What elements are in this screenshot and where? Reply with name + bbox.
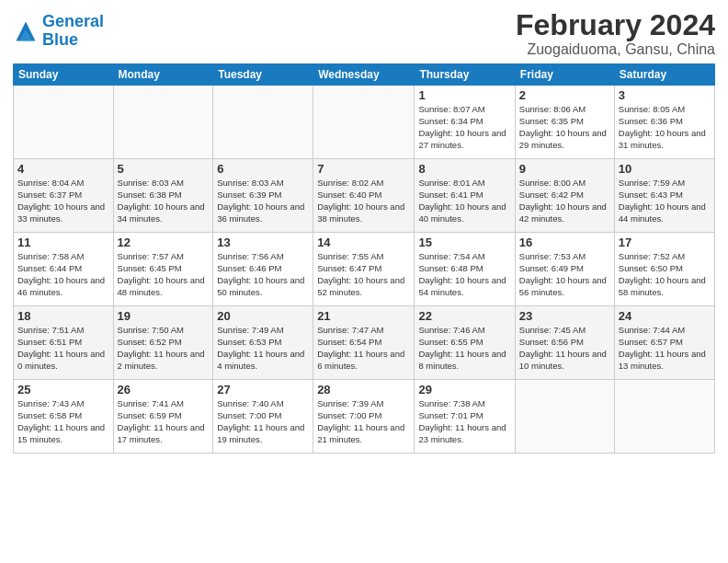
day-number: 16 [519,236,610,249]
table-row: 23Sunrise: 7:45 AM Sunset: 6:56 PM Dayli… [515,306,614,380]
col-saturday: Saturday [614,64,714,86]
table-row: 22Sunrise: 7:46 AM Sunset: 6:55 PM Dayli… [415,306,515,380]
table-row: 11Sunrise: 7:58 AM Sunset: 6:44 PM Dayli… [14,233,114,306]
page: General Blue February 2024 Zuogaiduoma, … [0,0,728,563]
col-thursday: Thursday [415,64,515,86]
day-number: 1 [418,88,510,102]
table-row: 16Sunrise: 7:53 AM Sunset: 6:49 PM Dayli… [515,233,614,306]
table-row [313,86,415,159]
table-row: 10Sunrise: 7:59 AM Sunset: 6:43 PM Dayli… [614,159,714,233]
day-number: 10 [619,162,711,176]
table-row [515,380,614,454]
table-row [113,86,213,159]
day-number: 21 [317,309,410,323]
day-number: 23 [519,309,610,323]
day-number: 14 [317,236,410,249]
day-info: Sunrise: 7:59 AM Sunset: 6:43 PM Dayligh… [619,178,711,224]
table-row: 29Sunrise: 7:38 AM Sunset: 7:01 PM Dayli… [415,380,515,454]
table-row: 7Sunrise: 8:02 AM Sunset: 6:40 PM Daylig… [313,159,415,233]
table-row [14,86,114,159]
day-info: Sunrise: 8:05 AM Sunset: 6:36 PM Dayligh… [619,104,711,151]
table-row: 2Sunrise: 8:06 AM Sunset: 6:35 PM Daylig… [515,86,614,159]
header: General Blue February 2024 Zuogaiduoma, … [13,9,715,58]
table-row: 26Sunrise: 7:41 AM Sunset: 6:59 PM Dayli… [113,380,213,454]
table-row: 13Sunrise: 7:56 AM Sunset: 6:46 PM Dayli… [213,233,313,306]
table-row: 25Sunrise: 7:43 AM Sunset: 6:58 PM Dayli… [14,380,114,454]
logo: General Blue [13,13,104,50]
day-info: Sunrise: 8:07 AM Sunset: 6:34 PM Dayligh… [418,104,510,151]
day-info: Sunrise: 7:39 AM Sunset: 7:00 PM Dayligh… [317,398,410,445]
day-info: Sunrise: 7:38 AM Sunset: 7:01 PM Dayligh… [418,398,510,445]
col-friday: Friday [515,64,614,86]
day-number: 25 [17,383,109,396]
day-number: 20 [217,309,309,323]
title-block: February 2024 Zuogaiduoma, Gansu, China [516,9,715,58]
table-row: 4Sunrise: 8:04 AM Sunset: 6:37 PM Daylig… [14,159,114,233]
day-info: Sunrise: 7:55 AM Sunset: 6:47 PM Dayligh… [317,251,410,298]
day-number: 27 [217,383,309,396]
table-row: 17Sunrise: 7:52 AM Sunset: 6:50 PM Dayli… [614,233,714,306]
day-number: 7 [317,162,410,176]
day-number: 12 [118,236,210,249]
table-row: 9Sunrise: 8:00 AM Sunset: 6:42 PM Daylig… [515,159,614,233]
day-number: 18 [17,309,109,323]
day-info: Sunrise: 8:04 AM Sunset: 6:37 PM Dayligh… [17,178,109,224]
day-info: Sunrise: 7:53 AM Sunset: 6:49 PM Dayligh… [519,251,610,298]
col-tuesday: Tuesday [213,64,313,86]
day-info: Sunrise: 7:50 AM Sunset: 6:52 PM Dayligh… [118,325,210,372]
day-number: 29 [418,383,510,396]
table-row: 18Sunrise: 7:51 AM Sunset: 6:51 PM Dayli… [14,306,114,380]
table-row: 3Sunrise: 8:05 AM Sunset: 6:36 PM Daylig… [614,86,714,159]
day-number: 24 [619,309,711,323]
table-row: 5Sunrise: 8:03 AM Sunset: 6:38 PM Daylig… [113,159,213,233]
calendar-title: February 2024 [516,9,715,41]
calendar-week-row: 1Sunrise: 8:07 AM Sunset: 6:34 PM Daylig… [14,86,715,159]
table-row: 24Sunrise: 7:44 AM Sunset: 6:57 PM Dayli… [614,306,714,380]
table-row: 12Sunrise: 7:57 AM Sunset: 6:45 PM Dayli… [113,233,213,306]
day-info: Sunrise: 7:57 AM Sunset: 6:45 PM Dayligh… [118,251,210,298]
day-number: 2 [519,88,610,102]
calendar-header-row: Sunday Monday Tuesday Wednesday Thursday… [14,64,715,86]
day-number: 8 [418,162,510,176]
col-monday: Monday [113,64,213,86]
calendar-week-row: 4Sunrise: 8:04 AM Sunset: 6:37 PM Daylig… [14,159,715,233]
day-info: Sunrise: 7:46 AM Sunset: 6:55 PM Dayligh… [418,325,510,372]
table-row: 21Sunrise: 7:47 AM Sunset: 6:54 PM Dayli… [313,306,415,380]
table-row: 15Sunrise: 7:54 AM Sunset: 6:48 PM Dayli… [415,233,515,306]
day-number: 5 [118,162,210,176]
day-info: Sunrise: 8:01 AM Sunset: 6:41 PM Dayligh… [418,178,510,224]
calendar-week-row: 18Sunrise: 7:51 AM Sunset: 6:51 PM Dayli… [14,306,715,380]
day-info: Sunrise: 7:54 AM Sunset: 6:48 PM Dayligh… [418,251,510,298]
day-number: 26 [118,383,210,396]
day-number: 4 [17,162,109,176]
logo-line1: General [42,12,104,30]
day-info: Sunrise: 7:58 AM Sunset: 6:44 PM Dayligh… [17,251,109,298]
day-number: 3 [619,88,711,102]
logo-text: General Blue [42,13,104,50]
day-info: Sunrise: 7:40 AM Sunset: 7:00 PM Dayligh… [217,398,309,445]
logo-line2: Blue [42,30,78,49]
table-row: 8Sunrise: 8:01 AM Sunset: 6:41 PM Daylig… [415,159,515,233]
calendar-table: Sunday Monday Tuesday Wednesday Thursday… [13,63,715,454]
day-info: Sunrise: 7:43 AM Sunset: 6:58 PM Dayligh… [17,398,109,445]
day-number: 11 [17,236,109,249]
day-number: 17 [619,236,711,249]
day-info: Sunrise: 7:47 AM Sunset: 6:54 PM Dayligh… [317,325,410,372]
table-row: 14Sunrise: 7:55 AM Sunset: 6:47 PM Dayli… [313,233,415,306]
calendar-week-row: 25Sunrise: 7:43 AM Sunset: 6:58 PM Dayli… [14,380,715,454]
day-info: Sunrise: 8:03 AM Sunset: 6:39 PM Dayligh… [217,178,309,224]
table-row: 20Sunrise: 7:49 AM Sunset: 6:53 PM Dayli… [213,306,313,380]
day-number: 22 [418,309,510,323]
table-row [614,380,714,454]
day-number: 15 [418,236,510,249]
day-info: Sunrise: 7:45 AM Sunset: 6:56 PM Dayligh… [519,325,610,372]
table-row: 27Sunrise: 7:40 AM Sunset: 7:00 PM Dayli… [213,380,313,454]
day-number: 6 [217,162,309,176]
day-info: Sunrise: 7:44 AM Sunset: 6:57 PM Dayligh… [619,325,711,372]
day-number: 9 [519,162,610,176]
day-info: Sunrise: 7:56 AM Sunset: 6:46 PM Dayligh… [217,251,309,298]
table-row: 6Sunrise: 8:03 AM Sunset: 6:39 PM Daylig… [213,159,313,233]
day-info: Sunrise: 7:52 AM Sunset: 6:50 PM Dayligh… [619,251,711,298]
col-sunday: Sunday [14,64,114,86]
day-info: Sunrise: 8:03 AM Sunset: 6:38 PM Dayligh… [118,178,210,224]
